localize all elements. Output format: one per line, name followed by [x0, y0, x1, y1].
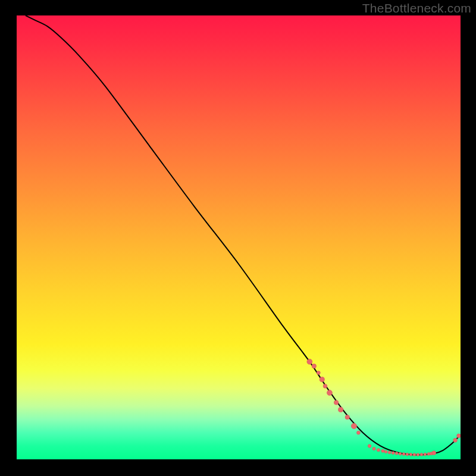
curve-marker	[457, 434, 461, 438]
curve-marker	[317, 371, 320, 375]
curve-marker	[420, 453, 423, 456]
curve-marker	[320, 377, 324, 382]
curve-marker	[334, 400, 338, 405]
curve-marker	[409, 453, 412, 456]
curve-marker	[338, 407, 343, 412]
curve-marker	[453, 439, 458, 443]
curve-marker	[392, 452, 394, 455]
curve-marker	[327, 390, 332, 396]
curve-marker	[356, 431, 360, 434]
curve-marker	[413, 453, 416, 456]
chart-frame: TheBottleneck.com	[0, 0, 476, 476]
plot-area	[17, 15, 461, 459]
curve-marker	[395, 452, 398, 455]
curve-layer	[17, 15, 461, 459]
curve-marker	[402, 453, 405, 456]
curve-marker	[424, 453, 427, 456]
curve-marker	[307, 359, 312, 364]
curve-marker	[345, 415, 349, 419]
curve-marker	[384, 450, 387, 453]
curve-marker	[388, 451, 391, 454]
curve-marker	[381, 449, 384, 452]
curve-marker	[377, 449, 380, 452]
curve-marker	[312, 364, 316, 368]
curve-marker	[399, 452, 402, 455]
curve-marker	[372, 447, 375, 450]
curve-marker	[323, 384, 327, 389]
curve-marker	[432, 451, 436, 455]
curve-marker	[416, 453, 419, 456]
bottleneck-curve	[26, 15, 461, 455]
curve-marker	[351, 423, 356, 428]
curve-marker	[368, 444, 371, 448]
watermark-text: TheBottleneck.com	[362, 1, 471, 15]
curve-marker	[406, 453, 409, 456]
